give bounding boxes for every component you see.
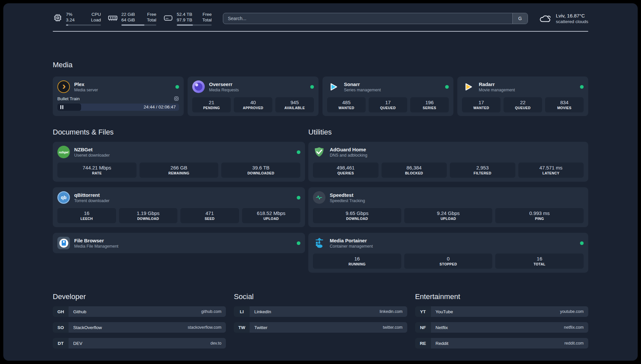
section-title-developer: Developer	[53, 292, 226, 301]
session-settings-icon[interactable]	[174, 96, 179, 101]
status-dot	[297, 150, 300, 154]
bookmark-url: linkedin.com	[380, 309, 402, 314]
service-card-speedtest[interactable]: Speedtest Speedtest Tracking 9.65 GbpsDO…	[308, 187, 588, 227]
bookmark-url: netflix.com	[564, 325, 584, 330]
weather-location: Lviv, 16.87°C	[556, 13, 588, 18]
service-card-sonarr[interactable]: Sonarr Series management 485WANTED 17QUE…	[322, 76, 453, 116]
bookmark-abbr: NF	[415, 322, 431, 333]
cpu-load: 3.24	[66, 17, 75, 23]
bookmark-youtube[interactable]: YT YouTubeyoutube.com	[415, 306, 588, 317]
bookmark-abbr: TW	[234, 322, 250, 333]
cpu-percent: 7%	[66, 12, 75, 17]
bookmark-linkedin[interactable]: LI LinkedInlinkedin.com	[234, 306, 407, 317]
nzbget-icon: nzbget	[57, 146, 70, 158]
section-title-entertainment: Entertainment	[415, 292, 588, 301]
qbittorrent-icon: qb	[57, 191, 70, 204]
stat-ping: 0.993 msPING	[495, 208, 584, 223]
stat-series: 196SERIES	[410, 97, 449, 112]
service-card-adguard[interactable]: AdGuard Home DNS and adblocking 498,461Q…	[308, 142, 588, 182]
stat-wanted: 485WANTED	[327, 97, 366, 112]
service-subtitle: Media Requests	[209, 88, 239, 92]
service-subtitle: Media File Management	[74, 244, 118, 249]
bookmark-name: LinkedIn	[254, 309, 271, 314]
playback-time: 24:44 / 02:06:47	[143, 105, 176, 109]
stat-download: 9.65 GbpsDOWNLOAD	[313, 208, 401, 223]
memory-monitor: 22 GiB64 GiB FreeTotal	[107, 12, 156, 26]
bookmark-url: dev.to	[210, 341, 221, 346]
stat-movies: 834MOVIES	[545, 97, 584, 112]
service-card-overseerr[interactable]: Overseerr Media Requests 21PENDING 40APP…	[188, 76, 319, 116]
bookmark-group-entertainment: Entertainment YT YouTubeyoutube.com NF N…	[415, 292, 588, 354]
playback-progress-bar[interactable]: 24:44 / 02:06:47	[57, 104, 179, 111]
section-title-utilities: Utilities	[308, 128, 588, 136]
bookmark-group-developer: Developer GH Githubgithub.com SO StackOv…	[53, 292, 226, 354]
stat-upload: 618.52 MbpsUPLOAD	[242, 208, 301, 223]
stat-upload: 9.24 GbpsUPLOAD	[404, 208, 493, 223]
bookmark-abbr: GH	[53, 306, 69, 317]
stat-filtered: 2,953FILTERED	[450, 163, 515, 178]
service-card-filebrowser[interactable]: File Browser Media File Management	[53, 233, 305, 253]
stat-blocked: 86,384BLOCKED	[382, 163, 447, 178]
stat-leech: 16LEECH	[57, 208, 116, 223]
adguard-icon	[313, 146, 325, 158]
bookmark-abbr: RE	[415, 338, 431, 349]
stat-downloaded: 39.6 TBDOWNLOADED	[221, 163, 300, 178]
overseerr-icon	[192, 80, 205, 93]
section-title-social: Social	[234, 292, 407, 301]
cloud-icon	[538, 13, 552, 24]
plex-icon	[57, 80, 70, 93]
bookmark-group-social: Social LI LinkedInlinkedin.com TW Twitte…	[234, 292, 407, 354]
service-subtitle: Torrent downloader	[74, 198, 109, 203]
service-card-nzbget[interactable]: nzbget NZBGet Usenet downloader 744.21 M…	[53, 142, 305, 182]
filebrowser-icon	[57, 237, 70, 249]
service-subtitle: Movie management	[479, 88, 515, 92]
service-subtitle: Usenet downloader	[74, 153, 110, 158]
service-name: Speedtest	[330, 192, 365, 198]
status-dot	[580, 241, 584, 245]
service-card-radarr[interactable]: Radarr Movie management 17WANTED 22QUEUE…	[457, 76, 588, 116]
bookmark-name: Netflix	[436, 325, 448, 330]
search-provider-button[interactable]: G	[512, 13, 528, 24]
service-subtitle: Speedtest Tracking	[330, 198, 365, 203]
bookmark-name: YouTube	[436, 309, 453, 314]
service-card-plex[interactable]: Plex Media server Bullet Train 24:44 / 0…	[53, 76, 184, 116]
disk-icon	[163, 13, 173, 23]
service-name: Sonarr	[344, 81, 381, 87]
total-label: Total	[147, 17, 156, 23]
bookmark-abbr: SO	[53, 322, 69, 333]
bookmark-name: Reddit	[436, 341, 448, 346]
resource-monitors: 7%3.24 CPULoad 22 GiB64 GiB FreeTotal	[53, 12, 212, 26]
stat-seed: 471SEED	[180, 208, 239, 223]
stat-running: 16RUNNING	[313, 254, 401, 269]
bookmark-twitter[interactable]: TW Twittertwitter.com	[234, 322, 407, 333]
bookmark-stackoverflow[interactable]: SO StackOverflowstackoverflow.com	[53, 322, 226, 333]
pause-button[interactable]	[60, 105, 63, 109]
weather-widget: Lviv, 16.87°C scattered clouds	[538, 13, 588, 24]
stat-stopped: 0STOPPED	[404, 254, 493, 269]
service-subtitle: Container management	[330, 244, 373, 249]
cpu-monitor: 7%3.24 CPULoad	[53, 12, 101, 26]
stat-download: 1.19 GbpsDOWNLOAD	[119, 208, 178, 223]
bookmark-dev[interactable]: DT DEVdev.to	[53, 338, 226, 349]
weather-condition: scattered clouds	[556, 19, 588, 24]
search-input[interactable]	[223, 16, 512, 21]
total-label: Total	[202, 17, 212, 23]
memory-total: 64 GiB	[121, 17, 135, 23]
service-card-portainer[interactable]: Media Portainer Container management 16R…	[308, 233, 588, 273]
stat-queries: 498,461QUERIES	[313, 163, 379, 178]
memory-progress-bar	[121, 24, 156, 26]
bookmark-netflix[interactable]: NF Netflixnetflix.com	[415, 322, 588, 333]
stat-approved: 40APPROVED	[234, 97, 272, 112]
bookmark-github[interactable]: GH Githubgithub.com	[53, 306, 226, 317]
service-subtitle: Media server	[74, 88, 98, 92]
service-name: NZBGet	[74, 147, 110, 152]
service-card-qbittorrent[interactable]: qb qBittorrent Torrent downloader 16LEEC…	[53, 187, 305, 227]
bookmark-abbr: YT	[415, 306, 431, 317]
service-subtitle: Series management	[344, 88, 381, 92]
service-name: Media Portainer	[330, 238, 373, 243]
stat-total: 16TOTAL	[495, 254, 584, 269]
memory-free: 22 GiB	[121, 12, 135, 17]
speedtest-icon	[313, 191, 325, 204]
stat-queued: 22QUEUED	[504, 97, 542, 112]
bookmark-reddit[interactable]: RE Redditreddit.com	[415, 338, 588, 349]
